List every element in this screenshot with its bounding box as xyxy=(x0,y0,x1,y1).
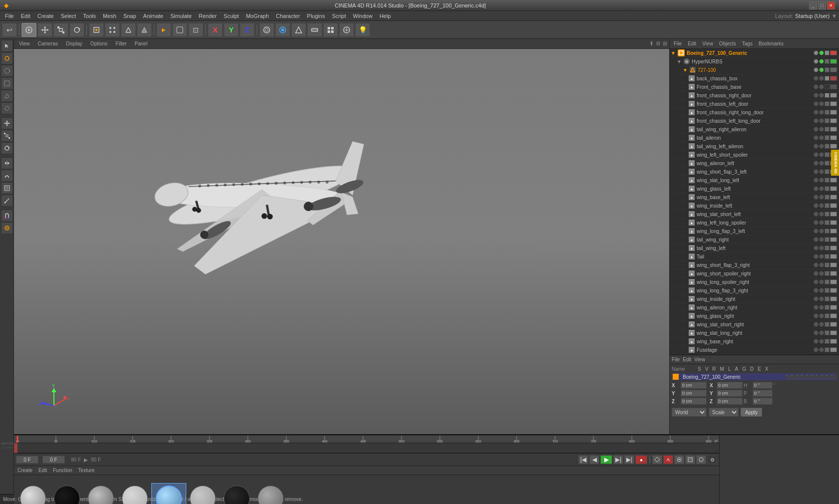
material-glass[interactable]: glass xyxy=(152,484,186,504)
obj-mat-sq[interactable] xyxy=(830,50,837,55)
menu-render[interactable]: Render xyxy=(196,12,220,20)
obj-wing-slat-short-right[interactable]: ▲ wing_slat_short_right xyxy=(670,320,839,329)
fps-arrow[interactable]: ▶ xyxy=(84,457,88,463)
tool-mirror[interactable] xyxy=(1,157,13,169)
coord-h-val[interactable] xyxy=(753,382,773,389)
tool5[interactable] xyxy=(323,23,338,37)
mat-menu-create[interactable]: Create xyxy=(16,467,34,474)
obj-hn-sq2[interactable] xyxy=(830,59,837,64)
polygon-mode-button[interactable] xyxy=(137,23,152,37)
menu-animate[interactable]: Animate xyxy=(140,12,166,20)
tool-rotate[interactable] xyxy=(1,142,13,154)
current-frame-input[interactable] xyxy=(16,456,38,464)
scale-button[interactable] xyxy=(53,23,68,37)
coord-y-pos[interactable] xyxy=(681,390,707,397)
tool-bend[interactable] xyxy=(1,170,13,182)
tool3[interactable] xyxy=(291,23,306,37)
minimize-button[interactable]: _ xyxy=(809,1,817,9)
obj-tail-wing-right[interactable]: ▲ tail_wing_right xyxy=(670,236,839,244)
attr-menu-edit[interactable]: Edit xyxy=(683,357,691,362)
obj-front-chassis-left-long-door[interactable]: ▲ front_chassis_left_long_door xyxy=(670,117,839,125)
menu-snap[interactable]: Snap xyxy=(120,12,139,20)
obj-tag-sq[interactable] xyxy=(825,50,830,55)
motion-record-button[interactable] xyxy=(674,455,684,464)
viewport-maximize-icon[interactable]: ⬆ xyxy=(649,40,654,47)
viewport-tab-view[interactable]: View xyxy=(16,40,33,47)
settings-tl-button[interactable]: ⚙ xyxy=(707,455,717,464)
obj-menu-edit[interactable]: Edit xyxy=(686,40,698,47)
menu-script[interactable]: Script xyxy=(329,12,349,20)
obj-root[interactable]: ▼ Boeing_727_100_Generic xyxy=(670,49,839,57)
obj-wing-inside-left[interactable]: ▲ wing_inside_left xyxy=(670,202,839,210)
material-wings[interactable]: wings xyxy=(118,484,152,504)
x-axis-button[interactable]: X xyxy=(208,23,223,37)
loop-button[interactable] xyxy=(696,455,706,464)
rotate-button[interactable] xyxy=(69,23,84,37)
obj-tail-wing-left[interactable]: ▲ tail_wing_left xyxy=(670,244,839,252)
tool6[interactable] xyxy=(339,23,354,37)
obj-hypernurbs[interactable]: ▼ N HyperNURBS xyxy=(670,57,839,66)
timeline-track[interactable] xyxy=(14,443,719,453)
edges-mode-button[interactable] xyxy=(121,23,136,37)
viewport-tab-options[interactable]: Options xyxy=(87,40,110,47)
viewport-tab-cameras[interactable]: Cameras xyxy=(35,40,61,47)
render-settings-button[interactable] xyxy=(172,23,187,37)
obj-menu-view[interactable]: View xyxy=(700,40,715,47)
obj-hn-render[interactable] xyxy=(819,59,824,64)
attr-menu-view[interactable]: View xyxy=(694,357,705,362)
tool-live-selection[interactable] xyxy=(1,65,13,77)
obj-menu-objects[interactable]: Objects xyxy=(717,40,738,47)
coord-p-val[interactable] xyxy=(753,390,773,397)
material-engine[interactable]: Engine xyxy=(84,484,118,504)
menu-character[interactable]: Character xyxy=(273,12,303,20)
menu-tools[interactable]: Tools xyxy=(80,12,99,20)
obj-menu-bookmarks[interactable]: Bookmarks xyxy=(757,40,786,47)
tool4[interactable] xyxy=(307,23,322,37)
record-button[interactable]: ● xyxy=(635,455,647,464)
apply-button[interactable]: Apply xyxy=(741,408,762,417)
viewport-tab-panel[interactable]: Panel xyxy=(132,40,151,47)
obj-wing-glass-right[interactable]: ▲ wing_glass_right xyxy=(670,312,839,320)
obj-727-sq1[interactable] xyxy=(825,67,830,72)
obj-wing-aileron-right[interactable]: ▲ wing_aileron_right xyxy=(670,303,839,312)
obj-back-chassis-box[interactable]: ▲ back_chassis_box xyxy=(670,74,839,83)
obj-wing-long-flap-3-left[interactable]: ▲ wing_long_flap_3_left xyxy=(670,227,839,236)
tool1[interactable] xyxy=(259,23,274,37)
mat-menu-texture[interactable]: Texture xyxy=(77,467,96,474)
tool-free-selection[interactable] xyxy=(1,102,13,114)
coord-ye-val[interactable] xyxy=(717,390,743,397)
obj-rnd[interactable] xyxy=(819,76,824,81)
mat-menu-edit[interactable]: Edit xyxy=(37,467,48,474)
goto-end-button[interactable]: ▶| xyxy=(624,455,634,464)
obj-tail-aileron[interactable]: ▲ tail_aileron xyxy=(670,134,839,142)
obj-wing-slat-short-left[interactable]: ▲ wing_slat_short_left xyxy=(670,210,839,219)
obj-wing-short-flap-3-right[interactable]: ▲ wing_short_flap_3_right xyxy=(670,261,839,269)
tool-object-axis[interactable] xyxy=(1,52,13,64)
tool-scale[interactable] xyxy=(1,130,13,142)
obj-hn-sq1[interactable] xyxy=(825,59,830,64)
obj-wing-base-right[interactable]: ▲ wing_base_right xyxy=(670,337,839,346)
obj-tail-wing-left-aileron[interactable]: ▲ tail_wing_left_aileron xyxy=(670,142,839,151)
tool2[interactable] xyxy=(275,23,290,37)
obj-wing-left-short-spoiler[interactable]: ▲ wing_left_short_spoiler xyxy=(670,151,839,159)
move-button[interactable] xyxy=(37,23,52,37)
tool-paint[interactable] xyxy=(1,222,13,234)
coord-ze-val[interactable] xyxy=(717,398,743,405)
material-fuselage[interactable]: Fuselage xyxy=(16,484,50,504)
material-rubber[interactable]: Rubber xyxy=(220,484,254,504)
obj-tail[interactable]: ▲ Tail xyxy=(670,252,839,261)
live-select-button[interactable] xyxy=(21,23,36,37)
obj-front-chassis-right-long-door[interactable]: ▲ front_chassis_right_long_door xyxy=(670,108,839,117)
viewport-settings-icon[interactable]: ⚙ xyxy=(656,40,661,47)
object-mode-button[interactable] xyxy=(89,23,104,37)
tool-move[interactable] xyxy=(1,117,13,129)
obj-wing-glass-left[interactable]: ▲ wing_glass_left xyxy=(670,185,839,193)
coord-b-val[interactable] xyxy=(753,398,773,405)
menu-window[interactable]: Window xyxy=(350,12,376,20)
obj-727-sq2[interactable] xyxy=(830,67,837,72)
obj-front-chassis-right-door[interactable]: ▲ front_chassis_right_door xyxy=(670,91,839,100)
obj-wing-inside-right[interactable]: ▲ wing_inside_right xyxy=(670,295,839,303)
goto-start-button[interactable]: |◀ xyxy=(578,455,588,464)
obj-front-chassis-base[interactable]: ▲ Front_chassis_base xyxy=(670,83,839,91)
tool-magnet[interactable] xyxy=(1,210,13,222)
